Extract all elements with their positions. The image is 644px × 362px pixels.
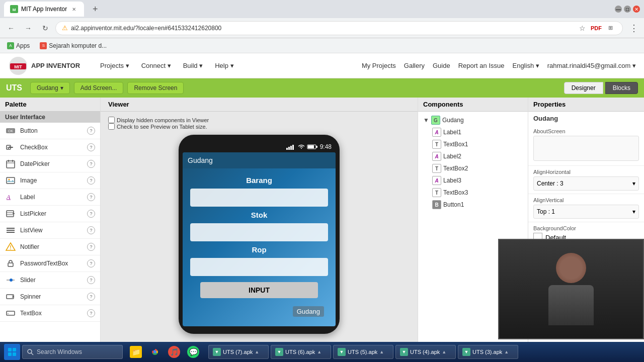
gallery-link[interactable]: Gallery	[404, 62, 425, 69]
palette-item-image[interactable]: Image ?	[0, 172, 100, 189]
palette-item-notifier[interactable]: ! Notifier ?	[0, 239, 100, 255]
label-help[interactable]: ?	[87, 193, 95, 201]
close-btn[interactable]: ✕	[633, 6, 640, 13]
datepicker-help[interactable]: ?	[87, 160, 95, 168]
download-uts5[interactable]: ▼ UTS (5).apk ▲	[333, 345, 393, 359]
phone-status-bar: 9:48	[183, 142, 336, 151]
language-dropdown[interactable]: English ▾	[512, 62, 539, 69]
taskbar-search[interactable]: Search Windows	[22, 345, 123, 359]
palette-item-button[interactable]: OK Button ?	[0, 123, 100, 139]
passwordtextbox-help[interactable]: ?	[87, 259, 95, 267]
palette-item-checkbox[interactable]: CheckBox ?	[0, 139, 100, 156]
pdf-btn[interactable]: PDF	[590, 22, 602, 34]
textbox3-icon: T	[432, 188, 441, 197]
tree-item-textbox3[interactable]: T TextBox3	[430, 187, 525, 199]
hidden-components-checkbox-label[interactable]: Display hidden components in Viewer	[108, 117, 410, 123]
textbox-stok[interactable]	[190, 223, 328, 241]
back-btn[interactable]: ←	[4, 21, 18, 35]
download-chevron-uts4[interactable]: ▲	[442, 349, 446, 354]
download-chevron-uts3[interactable]: ▲	[504, 349, 509, 354]
tree-item-label3[interactable]: A Label3	[430, 174, 525, 187]
listpicker-icon	[5, 208, 16, 219]
nav-help[interactable]: Help ▾	[210, 59, 238, 72]
palette-item-passwordtextbox[interactable]: PasswordTextBox ?	[0, 255, 100, 272]
menu-btn[interactable]: ⋮	[628, 22, 640, 34]
nav-connect[interactable]: Connect ▾	[136, 59, 176, 72]
download-uts3[interactable]: ▼ UTS (3).apk ▲	[458, 345, 518, 359]
taskbar-app-chrome[interactable]	[146, 343, 164, 361]
designer-btn[interactable]: Designer	[564, 82, 603, 94]
blocks-btn[interactable]: Blocks	[605, 82, 638, 94]
password-icon	[5, 258, 16, 269]
svg-line-40	[31, 353, 33, 355]
star-btn[interactable]: ☆	[576, 22, 588, 34]
listpicker-help[interactable]: ?	[87, 210, 95, 218]
address-field[interactable]: ⚠ ai2.appinventor.mit.edu/?locale=en#641…	[55, 21, 623, 35]
tab-close-btn[interactable]: ✕	[70, 5, 78, 13]
image-help[interactable]: ?	[87, 176, 95, 185]
tablet-preview-checkbox[interactable]	[108, 123, 115, 130]
apps-label: Apps	[16, 42, 30, 49]
reload-btn[interactable]: ↻	[38, 21, 52, 35]
my-projects-link[interactable]: My Projects	[362, 62, 396, 69]
palette-item-listpicker[interactable]: ListPicker ?	[0, 206, 100, 222]
slider-help[interactable]: ?	[87, 276, 95, 284]
textbox-rop[interactable]	[190, 258, 328, 276]
palette-item-textbox[interactable]: TextBox ?	[0, 305, 100, 322]
windows-logo-icon	[8, 348, 16, 356]
tree-item-textbox1[interactable]: T TextBox1	[430, 138, 525, 150]
prop-alignhorizontal-select[interactable]: Center : 3 ▾	[533, 176, 639, 191]
tree-toggle-root[interactable]: ▼	[423, 117, 429, 124]
bookmark-apps[interactable]: A Apps	[4, 41, 33, 50]
prop-aboutscreen-input[interactable]	[533, 136, 639, 161]
remove-screen-btn[interactable]: Remove Screen	[127, 82, 184, 94]
download-chevron-uts7[interactable]: ▲	[255, 349, 259, 354]
viewer-panel: Viewer Display hidden components in View…	[101, 98, 418, 362]
textbox-barang[interactable]	[190, 189, 328, 207]
input-button[interactable]: INPUT	[200, 282, 318, 298]
start-button[interactable]	[4, 344, 20, 360]
hidden-components-checkbox[interactable]	[108, 117, 115, 123]
download-uts4[interactable]: ▼ UTS (4).apk ▲	[395, 345, 456, 359]
report-link[interactable]: Report an Issue	[458, 62, 505, 69]
palette-item-datepicker[interactable]: DatePicker ?	[0, 156, 100, 172]
guide-link[interactable]: Guide	[433, 62, 450, 69]
browser-tab[interactable]: M MIT App Inventor ✕	[4, 2, 84, 17]
add-screen-btn[interactable]: Add Screen...	[74, 82, 124, 94]
tree-item-label1[interactable]: A Label1	[430, 126, 525, 138]
svg-line-20	[13, 213, 15, 214]
download-chevron-uts6[interactable]: ▲	[317, 349, 321, 354]
button-help[interactable]: ?	[87, 127, 95, 135]
spinner-help[interactable]: ?	[87, 293, 95, 301]
new-tab-btn[interactable]: +	[88, 2, 102, 16]
download-uts7[interactable]: ▼ UTS (7).apk ▲	[208, 345, 269, 359]
download-chevron-uts5[interactable]: ▲	[379, 349, 384, 354]
extensions-btn[interactable]: ⊞	[604, 22, 616, 34]
bookmark-sejarah[interactable]: S Sejarah komputer d...	[37, 41, 110, 50]
nav-build[interactable]: Build ▾	[178, 59, 208, 72]
palette-item-spinner[interactable]: Spinner ?	[0, 289, 100, 305]
tree-item-textbox2[interactable]: T TextBox2	[430, 162, 525, 174]
minimize-btn[interactable]: —	[615, 6, 622, 13]
download-uts6[interactable]: ▼ UTS (6).apk ▲	[271, 345, 331, 359]
palette-item-listview[interactable]: ListView ?	[0, 222, 100, 239]
listview-help[interactable]: ?	[87, 226, 95, 234]
taskbar-app-messaging[interactable]: 💬	[184, 343, 202, 361]
forward-btn[interactable]: →	[21, 21, 35, 35]
tree-item-label2[interactable]: A Label2	[430, 150, 525, 162]
palette-item-slider[interactable]: Slider ?	[0, 272, 100, 289]
taskbar-app-file-explorer[interactable]: 📁	[127, 343, 145, 361]
palette-item-label[interactable]: A Label ?	[0, 189, 100, 206]
notifier-help[interactable]: ?	[87, 243, 95, 251]
nav-projects[interactable]: Projects ▾	[95, 59, 134, 72]
checkbox-help[interactable]: ?	[87, 143, 95, 151]
prop-alignvertical-select[interactable]: Top : 1 ▾	[533, 205, 639, 219]
user-email[interactable]: rahmat.rinaldi45@gmail.com ▾	[547, 62, 636, 69]
maximize-btn[interactable]: □	[624, 6, 631, 13]
textbox-help[interactable]: ?	[87, 309, 95, 317]
tablet-preview-checkbox-label[interactable]: Check to see Preview on Tablet size.	[108, 123, 410, 130]
screen-dropdown[interactable]: Gudang ▾	[30, 82, 70, 94]
tree-item-root[interactable]: ▼ G Gudang	[421, 114, 525, 126]
taskbar-app-music[interactable]: 🎵	[165, 343, 183, 361]
tree-item-button1[interactable]: B Button1	[430, 199, 525, 211]
